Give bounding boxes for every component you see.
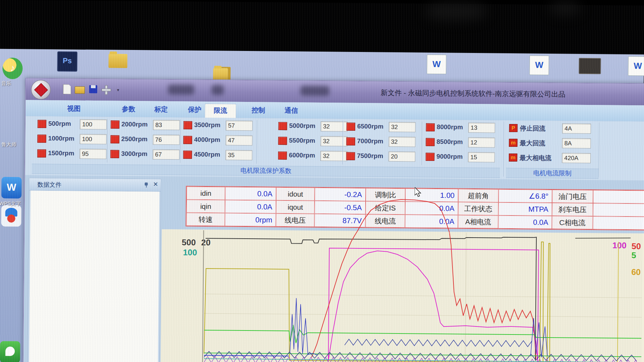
current-limit-input[interactable]: 8A xyxy=(562,138,591,148)
red-square-toggle[interactable] xyxy=(37,149,46,158)
word-doc-icon[interactable]: W xyxy=(529,55,549,75)
folder-icon[interactable] xyxy=(108,54,127,68)
coef-input[interactable]: 67 xyxy=(153,149,179,160)
coef-input[interactable]: 76 xyxy=(153,135,179,145)
doc-glyph: W xyxy=(535,60,543,70)
p-flag-icon[interactable]: P xyxy=(509,124,518,132)
coef-input[interactable]: 15 xyxy=(468,152,495,163)
coef-input[interactable]: 100 xyxy=(79,134,106,144)
music-app-icon[interactable]: ♪ xyxy=(2,58,23,79)
current-limit-row: m最大相电流420A xyxy=(509,153,596,163)
red-square-toggle[interactable] xyxy=(110,150,119,158)
tab-control[interactable]: 控制 xyxy=(248,105,269,116)
readout-value: 0.0A xyxy=(405,215,458,228)
red-square-toggle[interactable] xyxy=(346,137,355,145)
green-app-icon[interactable] xyxy=(0,341,20,362)
red-square-toggle[interactable] xyxy=(111,121,119,129)
ludashi-app-icon[interactable] xyxy=(1,205,21,227)
word-doc-icon[interactable]: W xyxy=(628,56,644,76)
readout-value: MTPA xyxy=(498,202,552,216)
bezel-reflection xyxy=(550,1,580,15)
rpm-label: 500rpm xyxy=(48,120,71,128)
red-square-toggle[interactable] xyxy=(346,123,355,131)
current-limit-input[interactable]: 4A xyxy=(562,123,591,134)
m-flag-icon[interactable]: m xyxy=(509,154,517,162)
new-file-button[interactable] xyxy=(62,84,72,94)
red-square-toggle[interactable] xyxy=(183,150,192,159)
word-doc-icon[interactable]: W xyxy=(427,55,446,74)
wps-writer-icon[interactable]: W xyxy=(1,177,22,199)
wps-glyph: W xyxy=(7,182,16,193)
music-app-label: 音乐 xyxy=(1,80,11,87)
photoshop-icon[interactable]: Ps xyxy=(57,51,77,72)
red-square-toggle[interactable] xyxy=(111,135,119,143)
rpm-label: 8500rpm xyxy=(436,138,463,146)
pin-icon[interactable] xyxy=(144,182,149,187)
doc-glyph: W xyxy=(634,61,642,71)
coef-input[interactable]: 20 xyxy=(388,152,415,162)
blurred-text-smudge xyxy=(301,85,329,96)
new-file-icon xyxy=(63,84,71,94)
current-limit-input[interactable]: 420A xyxy=(562,153,591,163)
red-square-toggle[interactable] xyxy=(426,138,434,146)
wps-writer-label: WPS文字 xyxy=(0,200,21,207)
red-square-toggle[interactable] xyxy=(426,153,434,161)
tab-current-limit[interactable]: 限流 xyxy=(205,104,236,118)
readout-label: 转速 xyxy=(186,213,225,226)
readout-value: 0.0A xyxy=(593,216,644,230)
chevron-down-icon[interactable]: ▾ xyxy=(117,87,119,93)
coef-input[interactable]: 13 xyxy=(468,123,495,133)
coef-input[interactable]: 32 xyxy=(320,136,347,146)
readout-value: 0.0A xyxy=(405,201,458,215)
tab-view[interactable]: 视图 xyxy=(63,103,85,114)
coef-input[interactable]: 57 xyxy=(226,121,253,131)
close-icon[interactable]: ✕ xyxy=(153,181,158,188)
tab-protection[interactable]: 保护 xyxy=(184,104,205,115)
coef-input[interactable]: 12 xyxy=(468,137,495,148)
readout-value: ∠6.8° xyxy=(498,189,552,203)
y-axis-label-right-2: 50 xyxy=(632,241,641,251)
red-square-toggle[interactable] xyxy=(278,137,287,145)
red-square-toggle[interactable] xyxy=(278,122,287,130)
m-flag-icon[interactable]: m xyxy=(509,139,517,147)
red-square-toggle[interactable] xyxy=(38,135,46,143)
readout-label: 刹车电压 xyxy=(552,203,593,216)
coef-input[interactable]: 32 xyxy=(320,151,347,161)
red-square-toggle[interactable] xyxy=(346,152,355,160)
tab-parameters[interactable]: 参数 xyxy=(118,104,139,115)
save-file-button[interactable] xyxy=(88,84,98,95)
rpm-label: 2500rpm xyxy=(121,135,148,143)
red-square-toggle[interactable] xyxy=(183,136,192,144)
dock-body[interactable] xyxy=(29,190,160,362)
coef-input[interactable]: 32 xyxy=(321,121,347,132)
music-note-glyph: ♪ xyxy=(10,63,15,73)
y-axis-label-left-3: 100 xyxy=(183,247,197,257)
tab-communication[interactable]: 通信 xyxy=(280,105,302,116)
coef-input[interactable]: 32 xyxy=(388,137,415,147)
coef-input[interactable]: 100 xyxy=(80,119,107,130)
red-square-toggle[interactable] xyxy=(278,152,287,160)
readout-label: A相电流 xyxy=(458,215,498,229)
readout-label: idin xyxy=(186,187,225,200)
red-square-toggle[interactable] xyxy=(38,120,46,128)
app-logo-button[interactable] xyxy=(31,80,51,100)
move-window-button[interactable] xyxy=(101,84,111,95)
image-file-icon[interactable] xyxy=(579,58,601,74)
red-square-toggle[interactable] xyxy=(183,121,192,129)
red-square-toggle[interactable] xyxy=(426,123,435,131)
readout-value: -0.5A xyxy=(315,201,366,214)
current-limit-row: m最大回流8A xyxy=(509,138,596,148)
rpm-label: 4000rpm xyxy=(194,136,220,144)
window-title: 新文件 - 永磁同步电机控制系统软件-南京远驱有限公司出品 xyxy=(381,88,566,99)
readout-label: 线电流 xyxy=(365,214,405,228)
coef-input[interactable]: 95 xyxy=(79,149,106,159)
rpm-label: 4500rpm xyxy=(194,151,220,159)
tab-calibration[interactable]: 标定 xyxy=(150,104,172,115)
coef-input[interactable]: 32 xyxy=(389,122,416,132)
open-file-button[interactable] xyxy=(75,84,85,95)
readout-value: 0.0A xyxy=(225,187,276,200)
coef-input[interactable]: 35 xyxy=(225,150,252,161)
readout-label: 超前角 xyxy=(458,189,498,202)
coef-input[interactable]: 83 xyxy=(153,120,180,130)
coef-input[interactable]: 47 xyxy=(225,135,252,146)
